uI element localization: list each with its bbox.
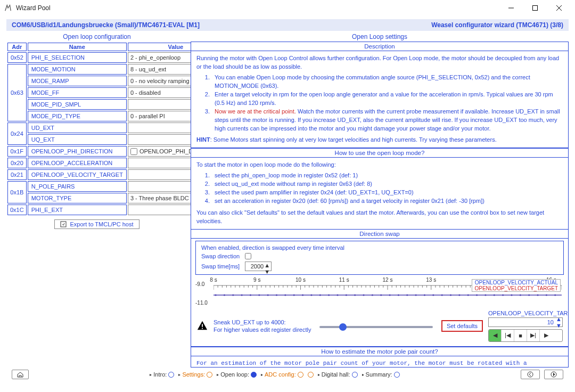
- col-adr: Adr: [7, 43, 27, 51]
- wizard-step[interactable]: ▸ADC config:: [261, 371, 303, 378]
- reg-name: OPENLOOP_ACCELERATION: [28, 158, 127, 168]
- close-button[interactable]: [547, 1, 571, 15]
- export-icon: [60, 221, 67, 227]
- description-body: Running the motor with Open Loop Control…: [191, 51, 568, 148]
- svg-rect-128: [202, 324, 203, 327]
- left-panel-title: Open loop configuration: [6, 32, 187, 42]
- reg-name: UD_EXT: [28, 123, 127, 133]
- svg-rect-4: [61, 222, 66, 227]
- svg-point-109: [398, 294, 399, 296]
- window-title: Wizard Pool: [16, 4, 499, 12]
- svg-point-115: [450, 294, 451, 296]
- reg-name: MODE_FF: [28, 87, 127, 98]
- breadcrumb: COM6/USB/id1/Landungsbruecke (Small)/TMC…: [6, 19, 569, 31]
- svg-point-93: [258, 294, 260, 296]
- skip-back-button[interactable]: |◀: [502, 330, 514, 341]
- titlebar: Wizard Pool: [0, 0, 575, 16]
- svg-point-113: [432, 294, 434, 296]
- reg-name: OPENLOOP_VELOCITY_TARGET: [28, 169, 127, 180]
- howto-title: How to use the open loop mode?: [191, 149, 568, 158]
- reg-name: N_POLE_PAIRS: [28, 181, 127, 192]
- svg-point-120: [494, 294, 495, 296]
- reg-name: PHI_E_SELECTION: [28, 52, 127, 63]
- svg-point-95: [276, 294, 277, 296]
- nav-back-button[interactable]: [521, 370, 540, 379]
- minimize-button[interactable]: [499, 1, 523, 15]
- adr-cell: 0x20: [7, 158, 27, 168]
- svg-point-124: [528, 294, 530, 296]
- connection-path: COM6/USB/id1/Landungsbruecke (Small)/TMC…: [12, 21, 200, 29]
- app-icon: [4, 4, 12, 12]
- set-defaults-button[interactable]: Set defaults: [441, 320, 483, 332]
- svg-point-96: [284, 294, 286, 296]
- svg-point-88: [215, 294, 217, 296]
- svg-point-107: [380, 294, 382, 296]
- right-scroll[interactable]: Description Running the motor with Open …: [191, 42, 569, 368]
- skip-fwd-button[interactable]: ▶|: [527, 330, 540, 341]
- swap-direction-checkbox[interactable]: [245, 253, 251, 259]
- maximize-button[interactable]: [523, 1, 547, 15]
- adr-cell: 0x1B: [7, 181, 27, 203]
- col-name: Name: [28, 43, 127, 51]
- play-forward-button[interactable]: ▶: [540, 330, 553, 341]
- estimate-body: For an estimation of the motor pole pair…: [191, 356, 568, 368]
- home-icon: [17, 371, 24, 378]
- svg-point-103: [346, 294, 347, 296]
- svg-point-89: [224, 294, 225, 296]
- svg-point-126: [546, 294, 547, 296]
- svg-rect-1: [532, 5, 537, 10]
- svg-point-104: [354, 294, 356, 296]
- svg-point-122: [511, 294, 512, 296]
- svg-point-130: [528, 372, 533, 377]
- svg-point-100: [319, 294, 321, 296]
- description-title: Description: [191, 42, 568, 51]
- svg-point-94: [267, 294, 269, 296]
- playback-controls: ◀ |◀ ■ ▶| ▶: [488, 329, 563, 342]
- wizard-step[interactable]: ▸Summary:: [362, 371, 400, 378]
- reg-name: MODE_PID_TYPE: [28, 111, 127, 121]
- svg-point-91: [241, 294, 243, 296]
- reg-name: MOTOR_TYPE: [28, 193, 127, 203]
- wizard-step[interactable]: ▸Intro:: [150, 371, 174, 378]
- wizard-step[interactable]: ▸Open loop:: [217, 371, 257, 378]
- svg-point-99: [310, 294, 312, 296]
- svg-point-117: [467, 294, 469, 296]
- nav-forward-button[interactable]: [544, 370, 563, 379]
- warning-icon: [196, 320, 208, 332]
- wizard-title: Weasel configurator wizard (TMC4671) (3/…: [431, 21, 563, 29]
- wizard-step[interactable]: ▸Digital hall:: [318, 371, 358, 378]
- bottom-bar: ▸Intro:▸Settings:▸Open loop:▸ADC config:…: [6, 368, 569, 380]
- svg-point-121: [502, 294, 504, 296]
- howto-body: To start the motor in open loop mode do …: [191, 158, 568, 229]
- right-panel-title: Open Loop settings: [191, 32, 569, 42]
- svg-point-92: [250, 294, 251, 296]
- home-button[interactable]: [12, 370, 29, 379]
- adr-cell: 0x63: [7, 64, 27, 121]
- adr-cell: 0x1C: [7, 205, 27, 215]
- ud-ext-slider[interactable]: [319, 326, 432, 328]
- reg-name: OPENLOOP_PHI_DIRECTION: [28, 146, 127, 157]
- svg-point-108: [389, 294, 391, 296]
- reg-name: MODE_MOTION: [28, 64, 127, 75]
- svg-point-119: [484, 294, 486, 296]
- chart-legend: OPENLOOP_VELOCITY_ACTUAL OPENLOOP_VELOCI…: [472, 279, 561, 292]
- adr-cell: 0x52: [7, 52, 27, 63]
- svg-point-116: [458, 294, 460, 296]
- svg-point-125: [537, 294, 539, 296]
- reg-name: MODE_RAMP: [28, 76, 127, 86]
- svg-point-90: [232, 294, 234, 296]
- svg-point-106: [372, 294, 373, 296]
- play-reverse-button[interactable]: ◀: [489, 330, 502, 341]
- svg-point-102: [336, 294, 338, 296]
- svg-point-111: [415, 294, 417, 296]
- svg-point-105: [363, 294, 365, 296]
- stop-button[interactable]: ■: [514, 330, 527, 341]
- svg-point-98: [302, 294, 303, 296]
- export-button[interactable]: Export to TMCL/PC host: [54, 219, 139, 229]
- velocity-target-input[interactable]: 10 ▲▼: [488, 317, 563, 327]
- svg-point-110: [406, 294, 408, 296]
- reg-name: MODE_PID_SMPL: [28, 99, 127, 110]
- svg-point-118: [476, 294, 478, 296]
- wizard-step[interactable]: ▸Settings:: [178, 371, 212, 378]
- swap-time-input[interactable]: 2000 ▲▼: [245, 262, 272, 271]
